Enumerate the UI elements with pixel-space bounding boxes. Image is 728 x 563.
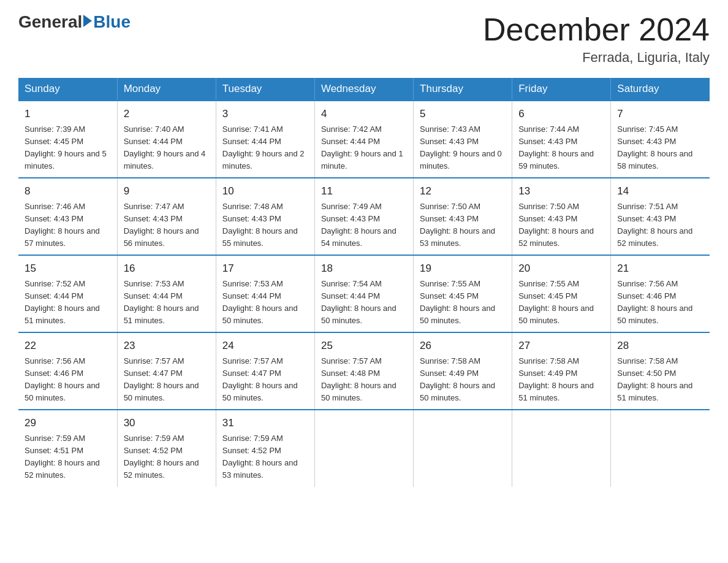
day-info: Sunrise: 7:50 AMSunset: 4:43 PMDaylight:…: [518, 201, 604, 250]
calendar-week-row: 1Sunrise: 7:39 AMSunset: 4:45 PMDaylight…: [18, 101, 710, 178]
day-number: 16: [124, 261, 210, 277]
calendar-cell: 11Sunrise: 7:49 AMSunset: 4:43 PMDayligh…: [314, 178, 413, 255]
day-info: Sunrise: 7:48 AMSunset: 4:43 PMDaylight:…: [222, 201, 308, 250]
day-number: 22: [25, 338, 111, 354]
day-number: 27: [518, 338, 604, 354]
day-info: Sunrise: 7:59 AMSunset: 4:51 PMDaylight:…: [25, 432, 111, 482]
calendar-cell: 1Sunrise: 7:39 AMSunset: 4:45 PMDaylight…: [18, 101, 117, 178]
header-thursday: Thursday: [414, 78, 512, 101]
day-number: 10: [222, 183, 308, 199]
day-number: 11: [321, 183, 407, 199]
day-number: 19: [420, 261, 506, 277]
calendar-week-row: 8Sunrise: 7:46 AMSunset: 4:43 PMDaylight…: [18, 178, 710, 255]
day-number: 30: [124, 415, 210, 431]
day-number: 12: [420, 183, 506, 199]
calendar-cell: 4Sunrise: 7:42 AMSunset: 4:44 PMDaylight…: [314, 101, 413, 178]
calendar-cell: 6Sunrise: 7:44 AMSunset: 4:43 PMDaylight…: [512, 101, 611, 178]
header-monday: Monday: [117, 78, 216, 101]
day-number: 20: [518, 261, 604, 277]
day-number: 29: [25, 415, 111, 431]
day-info: Sunrise: 7:53 AMSunset: 4:44 PMDaylight:…: [124, 278, 210, 327]
calendar-cell: 21Sunrise: 7:56 AMSunset: 4:46 PMDayligh…: [611, 255, 710, 332]
day-info: Sunrise: 7:56 AMSunset: 4:46 PMDaylight:…: [25, 355, 111, 405]
day-info: Sunrise: 7:51 AMSunset: 4:43 PMDaylight:…: [617, 201, 703, 250]
calendar-cell: 8Sunrise: 7:46 AMSunset: 4:43 PMDaylight…: [18, 178, 117, 255]
day-info: Sunrise: 7:57 AMSunset: 4:47 PMDaylight:…: [222, 355, 308, 405]
day-number: 17: [222, 261, 308, 277]
day-info: Sunrise: 7:40 AMSunset: 4:44 PMDaylight:…: [124, 123, 210, 173]
day-info: Sunrise: 7:55 AMSunset: 4:45 PMDaylight:…: [420, 278, 506, 327]
calendar-cell: 22Sunrise: 7:56 AMSunset: 4:46 PMDayligh…: [18, 332, 117, 410]
day-info: Sunrise: 7:52 AMSunset: 4:44 PMDaylight:…: [25, 278, 111, 327]
calendar-cell: 18Sunrise: 7:54 AMSunset: 4:44 PMDayligh…: [314, 255, 413, 332]
calendar-cell: 16Sunrise: 7:53 AMSunset: 4:44 PMDayligh…: [117, 255, 216, 332]
day-number: 1: [25, 106, 111, 122]
calendar-cell: [512, 410, 611, 486]
calendar-week-row: 22Sunrise: 7:56 AMSunset: 4:46 PMDayligh…: [18, 332, 710, 410]
day-number: 31: [222, 415, 308, 431]
day-info: Sunrise: 7:59 AMSunset: 4:52 PMDaylight:…: [124, 432, 210, 482]
header: General Blue December 2024 Ferrada, Ligu…: [18, 12, 710, 66]
day-info: Sunrise: 7:50 AMSunset: 4:43 PMDaylight:…: [420, 201, 506, 250]
calendar-cell: 15Sunrise: 7:52 AMSunset: 4:44 PMDayligh…: [18, 255, 117, 332]
day-number: 14: [617, 183, 703, 199]
header-tuesday: Tuesday: [216, 78, 314, 101]
calendar-cell: [314, 410, 413, 486]
header-sunday: Sunday: [18, 78, 117, 101]
day-number: 28: [617, 338, 703, 354]
day-info: Sunrise: 7:58 AMSunset: 4:49 PMDaylight:…: [518, 355, 604, 405]
day-number: 9: [124, 183, 210, 199]
calendar-table: Sunday Monday Tuesday Wednesday Thursday…: [18, 78, 710, 486]
calendar-cell: 31Sunrise: 7:59 AMSunset: 4:52 PMDayligh…: [216, 410, 314, 486]
day-number: 25: [321, 338, 407, 354]
day-info: Sunrise: 7:53 AMSunset: 4:44 PMDaylight:…: [222, 278, 308, 327]
title-area: December 2024 Ferrada, Liguria, Italy: [483, 12, 710, 66]
day-info: Sunrise: 7:46 AMSunset: 4:43 PMDaylight:…: [25, 201, 111, 250]
day-number: 18: [321, 261, 407, 277]
calendar-body: 1Sunrise: 7:39 AMSunset: 4:45 PMDaylight…: [18, 101, 710, 486]
day-info: Sunrise: 7:49 AMSunset: 4:43 PMDaylight:…: [321, 201, 407, 250]
calendar-cell: 13Sunrise: 7:50 AMSunset: 4:43 PMDayligh…: [512, 178, 611, 255]
day-info: Sunrise: 7:54 AMSunset: 4:44 PMDaylight:…: [321, 278, 407, 327]
day-number: 6: [518, 106, 604, 122]
page-title: December 2024: [483, 12, 710, 47]
day-info: Sunrise: 7:58 AMSunset: 4:50 PMDaylight:…: [617, 355, 703, 405]
calendar-cell: 2Sunrise: 7:40 AMSunset: 4:44 PMDaylight…: [117, 101, 216, 178]
day-number: 15: [25, 261, 111, 277]
logo-blue-text: Blue: [93, 12, 131, 32]
calendar-cell: 14Sunrise: 7:51 AMSunset: 4:43 PMDayligh…: [611, 178, 710, 255]
calendar-cell: 29Sunrise: 7:59 AMSunset: 4:51 PMDayligh…: [18, 410, 117, 486]
day-info: Sunrise: 7:47 AMSunset: 4:43 PMDaylight:…: [124, 201, 210, 250]
calendar-cell: 12Sunrise: 7:50 AMSunset: 4:43 PMDayligh…: [414, 178, 512, 255]
header-wednesday: Wednesday: [314, 78, 413, 101]
calendar-cell: 17Sunrise: 7:53 AMSunset: 4:44 PMDayligh…: [216, 255, 314, 332]
header-friday: Friday: [512, 78, 611, 101]
calendar-cell: [414, 410, 512, 486]
day-info: Sunrise: 7:45 AMSunset: 4:43 PMDaylight:…: [617, 123, 703, 173]
day-info: Sunrise: 7:42 AMSunset: 4:44 PMDaylight:…: [321, 123, 407, 173]
logo-general-text: General: [18, 12, 82, 32]
calendar-cell: 7Sunrise: 7:45 AMSunset: 4:43 PMDaylight…: [611, 101, 710, 178]
day-number: 4: [321, 106, 407, 122]
calendar-cell: 25Sunrise: 7:57 AMSunset: 4:48 PMDayligh…: [314, 332, 413, 410]
calendar-cell: 24Sunrise: 7:57 AMSunset: 4:47 PMDayligh…: [216, 332, 314, 410]
calendar-cell: 19Sunrise: 7:55 AMSunset: 4:45 PMDayligh…: [414, 255, 512, 332]
calendar-cell: [611, 410, 710, 486]
calendar-cell: 3Sunrise: 7:41 AMSunset: 4:44 PMDaylight…: [216, 101, 314, 178]
calendar-cell: 30Sunrise: 7:59 AMSunset: 4:52 PMDayligh…: [117, 410, 216, 486]
day-number: 21: [617, 261, 703, 277]
day-info: Sunrise: 7:58 AMSunset: 4:49 PMDaylight:…: [420, 355, 506, 405]
calendar-cell: 20Sunrise: 7:55 AMSunset: 4:45 PMDayligh…: [512, 255, 611, 332]
day-number: 13: [518, 183, 604, 199]
logo: General Blue: [18, 12, 131, 32]
day-info: Sunrise: 7:59 AMSunset: 4:52 PMDaylight:…: [222, 432, 308, 482]
day-number: 26: [420, 338, 506, 354]
calendar-header: Sunday Monday Tuesday Wednesday Thursday…: [18, 78, 710, 101]
calendar-cell: 5Sunrise: 7:43 AMSunset: 4:43 PMDaylight…: [414, 101, 512, 178]
calendar-cell: 23Sunrise: 7:57 AMSunset: 4:47 PMDayligh…: [117, 332, 216, 410]
calendar-cell: 27Sunrise: 7:58 AMSunset: 4:49 PMDayligh…: [512, 332, 611, 410]
calendar-week-row: 29Sunrise: 7:59 AMSunset: 4:51 PMDayligh…: [18, 410, 710, 486]
day-info: Sunrise: 7:55 AMSunset: 4:45 PMDaylight:…: [518, 278, 604, 327]
day-info: Sunrise: 7:44 AMSunset: 4:43 PMDaylight:…: [518, 123, 604, 173]
day-number: 8: [25, 183, 111, 199]
